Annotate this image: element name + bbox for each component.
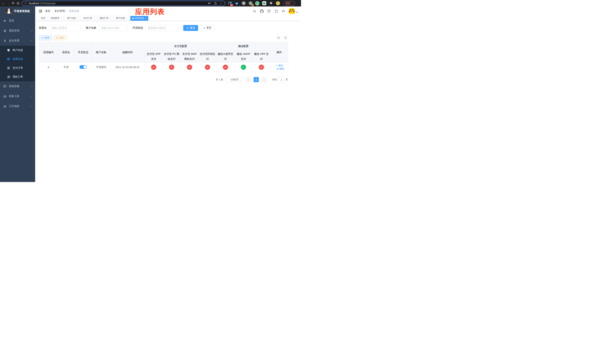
reset-button[interactable]: 重置	[200, 25, 215, 31]
sidebar-item-payment[interactable]: 支付管理	[0, 36, 35, 46]
edit-button[interactable]: 修改	[275, 64, 283, 67]
tags-view: 首页 流程表单× 用户分组× 支付订单× 退款订单× 商户信息× 应用信息×	[35, 16, 301, 21]
delete-button[interactable]: 删除	[277, 67, 284, 71]
toggle-search-button[interactable]	[276, 35, 281, 40]
fullscreen-icon[interactable]	[274, 9, 278, 13]
coin-yen-icon	[7, 66, 10, 69]
sidebar-item-refund-order[interactable]: 退款订单	[0, 72, 35, 81]
browser-back-button[interactable]: ←	[1, 1, 6, 6]
column-header-wechat-app: 微信 APP 支付	[252, 51, 270, 63]
help-icon[interactable]	[267, 9, 271, 13]
status-label: 开启状态	[133, 26, 143, 30]
browser-reload-button[interactable]: ↻	[11, 1, 16, 6]
sidebar-collapse-icon[interactable]	[39, 9, 42, 13]
column-header-alipay-pc: 支付宝 PC 网站支付	[163, 51, 181, 63]
site-info-icon[interactable]: i	[24, 2, 27, 5]
sidebar-item-workflow[interactable]: 工作流程	[0, 101, 35, 111]
status-select[interactable]	[145, 25, 181, 31]
chevron-down-icon	[240, 79, 242, 81]
status-select-input[interactable]	[145, 25, 181, 31]
app-name-label: 应用名	[39, 26, 47, 30]
caret-down-icon	[296, 12, 298, 13]
extension-kit-icon[interactable]: 10	[228, 1, 232, 6]
sidebar-item-home[interactable]: 首页	[0, 16, 35, 26]
alipay-app-status-icon	[151, 65, 156, 70]
close-icon[interactable]: ×	[145, 17, 146, 20]
breadcrumb: 首页 / 支付管理 / 应用信息	[45, 10, 79, 13]
app-logo-rabbit	[6, 8, 12, 14]
tab-user-group[interactable]: 用户分组×	[65, 16, 80, 21]
sidebar-item-system[interactable]: 系统管理	[0, 26, 35, 36]
prev-page-button[interactable]: ‹	[246, 77, 251, 82]
close-icon[interactable]: ×	[93, 17, 94, 20]
browser-profile-avatar[interactable]	[276, 1, 280, 6]
export-button[interactable]: 导出	[54, 35, 66, 40]
address-bar[interactable]: i localhost:1024/pay/app ☆	[22, 1, 225, 6]
table-toolbar: 新增 导出	[39, 35, 288, 40]
breadcrumb-home[interactable]: 首页	[45, 10, 50, 13]
extension-yuque-icon[interactable]: y	[255, 1, 259, 6]
close-icon[interactable]: ×	[110, 17, 111, 20]
wechat-app-status-icon	[259, 65, 264, 70]
search-button[interactable]: 搜索	[183, 25, 198, 31]
extension-recorder-icon[interactable]: 1	[248, 1, 253, 6]
tab-home[interactable]: 首页	[39, 16, 47, 21]
goto-label: 前往	[272, 78, 277, 81]
sidebar-item-app-info[interactable]: 应用信息	[0, 55, 35, 64]
breadcrumb-payment[interactable]: 支付管理	[54, 10, 65, 13]
tab-refund-order[interactable]: 退款订单×	[97, 16, 113, 21]
browser-forward-button[interactable]: →	[6, 1, 11, 6]
cell-app-name: 芋道	[58, 63, 74, 72]
tab-process-form[interactable]: 流程表单×	[49, 16, 64, 21]
next-page-button[interactable]: ›	[261, 77, 267, 82]
close-icon[interactable]: ×	[126, 17, 127, 20]
avatar[interactable]	[289, 8, 295, 14]
current-page[interactable]: 1	[254, 77, 259, 82]
status-toggle[interactable]	[79, 65, 87, 69]
tab-pay-order[interactable]: 支付订单×	[81, 16, 97, 21]
browser-toolbar: ← → ↻ i localhost:1024/pay/app ☆ 10 ⌘ 1 …	[0, 0, 301, 7]
group-header-alipay: 支付宝配置	[145, 42, 216, 51]
alipay-wap-status-icon	[187, 65, 192, 70]
close-icon[interactable]: ×	[77, 17, 78, 20]
close-icon[interactable]: ×	[61, 17, 62, 20]
page-size-select[interactable]: 10条/页	[226, 77, 243, 82]
column-header-merchant: 商户名称	[92, 42, 110, 63]
sidebar-item-pay-order[interactable]: 支付订单	[0, 64, 35, 72]
sidebar-item-infrastructure[interactable]: 基础设施	[0, 81, 35, 91]
font-size-icon[interactable]: тT	[281, 9, 285, 13]
tab-app-info[interactable]: 应用信息×	[130, 16, 148, 21]
app-name-input[interactable]	[49, 25, 81, 31]
column-header-alipay-wap: 支付宝 WAP 网站支付	[181, 51, 199, 63]
sidebar-item-merchant-info[interactable]: 商户信息	[0, 46, 35, 55]
page-suffix-label: 页	[286, 78, 288, 81]
cell-created: 2021-10-23 08:49:25	[110, 63, 145, 72]
user-avatar-menu[interactable]	[289, 8, 298, 14]
extension-gem-icon[interactable]	[235, 1, 239, 6]
add-button[interactable]: 新增	[39, 35, 52, 40]
sidebar-item-dev-tools[interactable]: 研发工具	[0, 91, 35, 101]
wechat-mini-status-icon	[223, 65, 228, 70]
briefcase-icon	[3, 105, 6, 108]
chevron-down-icon	[31, 85, 33, 87]
url-text: localhost:1024/pay/app	[29, 2, 55, 5]
chevron-down-icon	[31, 95, 33, 97]
refresh-table-button[interactable]	[283, 35, 288, 40]
browser-menu-kebab-icon[interactable]: ⋮	[291, 2, 294, 5]
extension-badge: 10	[230, 4, 233, 6]
page-title-annotation: 应用列表	[135, 7, 165, 16]
app-logo-row[interactable]: 芋道管理系统	[0, 7, 35, 16]
github-icon[interactable]	[260, 9, 264, 13]
extension-command-icon[interactable]: ⌘	[241, 1, 246, 6]
share-icon[interactable]	[214, 2, 217, 5]
tab-merchant-info[interactable]: 商户信息×	[114, 16, 129, 21]
bookmark-star-icon[interactable]: ☆	[220, 1, 223, 5]
extensions-puzzle-icon[interactable]	[269, 1, 273, 6]
browser-update-button[interactable]: 更新 ⋮	[284, 1, 295, 6]
merchant-name-input[interactable]	[99, 25, 128, 31]
goto-page-input[interactable]	[279, 77, 284, 82]
extension-chat-icon[interactable]	[262, 1, 266, 6]
search-icon[interactable]	[253, 9, 256, 13]
password-key-icon[interactable]	[208, 2, 211, 5]
browser-home-button[interactable]	[16, 1, 20, 6]
